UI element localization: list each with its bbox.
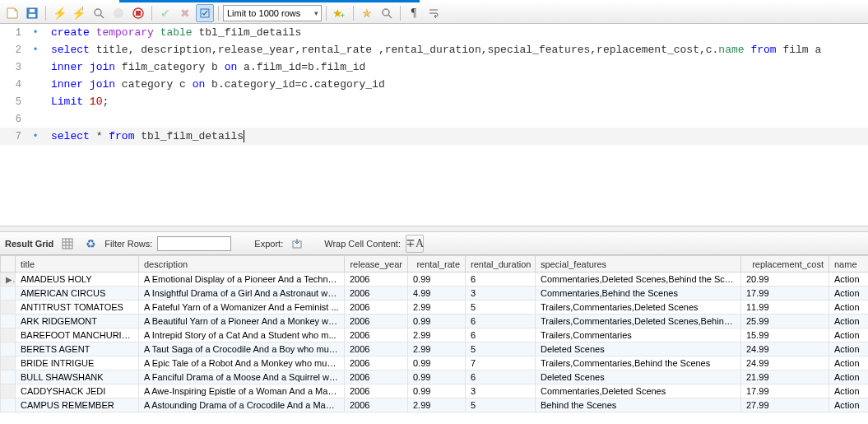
cell[interactable]: Commentaries,Deleted Scenes,Behind the S… [536,273,741,287]
column-header[interactable]: name [829,256,869,273]
cell[interactable]: CAMPUS REMEMBER [16,398,139,412]
cell[interactable]: 2.99 [408,301,466,315]
column-header[interactable]: release_year [345,256,408,273]
cell[interactable]: Deleted Scenes [536,370,741,384]
cell[interactable]: A Beautiful Yarn of a Pioneer And a Monk… [139,315,345,328]
cell[interactable]: 24.99 [741,356,829,370]
cell[interactable]: A Fateful Yarn of a Womanizer And a Femi… [139,301,345,315]
column-header[interactable]: title [16,256,139,273]
row-handle[interactable] [1,301,16,315]
cell[interactable]: 17.99 [741,287,829,301]
cell[interactable]: 0.99 [408,273,466,287]
beautify-icon[interactable]: ✯ [358,4,376,22]
cell[interactable]: 2006 [345,273,408,287]
table-row[interactable]: BERETS AGENTA Taut Saga of a Crocodile A… [1,342,869,356]
result-grid[interactable]: titledescriptionrelease_yearrental_rater… [0,255,868,424]
row-handle[interactable] [1,342,16,356]
cell[interactable]: 2006 [345,398,408,412]
cell[interactable]: 6 [466,315,536,328]
column-header[interactable]: description [139,256,345,273]
row-handle-header[interactable] [1,256,16,273]
cell[interactable]: 2006 [345,342,408,356]
cell[interactable]: Deleted Scenes [536,342,741,356]
cell[interactable]: 25.99 [741,315,829,328]
cell[interactable]: 27.99 [741,398,829,412]
cell[interactable]: Trailers,Commentaries,Deleted Scenes [536,301,741,315]
cell[interactable]: 2006 [345,356,408,370]
cell[interactable]: Action [829,273,869,287]
column-header[interactable]: rental_duration [466,256,536,273]
toggle-wrap-icon[interactable] [425,4,443,22]
cell[interactable]: BULL SHAWSHANK [16,370,139,384]
save-icon[interactable] [23,4,41,22]
cell[interactable]: 3 [466,287,536,301]
cell[interactable]: A Taut Saga of a Crocodile And a Boy who… [139,342,345,356]
cell[interactable]: 5 [466,342,536,356]
code-text[interactable]: Limit 10; [43,96,109,108]
code-line[interactable]: 5Limit 10; [0,93,868,110]
cell[interactable]: Trailers,Commentaries,Behind the Scenes [536,356,741,370]
cell[interactable]: 2006 [345,315,408,328]
cell[interactable]: Trailers,Commentaries [536,328,741,342]
cell[interactable]: 11.99 [741,301,829,315]
cell[interactable]: 24.99 [741,342,829,356]
code-text[interactable]: select * from tbl_film_details [43,130,244,142]
cell[interactable]: Action [829,342,869,356]
cell[interactable]: 0.99 [408,315,466,328]
cell[interactable]: A Awe-Inspiring Epistle of a Woman And a… [139,384,345,398]
cell[interactable]: 2006 [345,328,408,342]
row-handle[interactable] [1,315,16,328]
cell[interactable]: 17.99 [741,384,829,398]
cell[interactable]: A Emotional Display of a Pioneer And a T… [139,273,345,287]
cell[interactable]: BAREFOOT MANCHURIAN [16,328,139,342]
table-row[interactable]: BRIDE INTRIGUEA Epic Tale of a Robot And… [1,356,869,370]
cell[interactable]: 5 [466,301,536,315]
row-handle[interactable] [1,356,16,370]
cell[interactable]: Action [829,287,869,301]
code-line[interactable]: 6 [0,110,868,128]
row-handle[interactable] [1,370,16,384]
find-icon[interactable] [378,4,396,22]
row-handle[interactable] [1,398,16,412]
row-handle[interactable] [1,384,16,398]
row-handle[interactable] [1,328,16,342]
cell[interactable]: AMADEUS HOLY [16,273,139,287]
cell[interactable]: 21.99 [741,370,829,384]
refresh-icon[interactable]: ♻ [81,235,100,253]
cell[interactable]: 6 [466,273,536,287]
table-row[interactable]: AMERICAN CIRCUSA Insightful Drama of a G… [1,287,869,301]
row-handle[interactable] [1,287,16,301]
code-line[interactable]: 3inner join film_category b on a.film_id… [0,58,868,76]
table-row[interactable]: ▶AMADEUS HOLYA Emotional Display of a Pi… [1,273,869,287]
code-line[interactable]: 2•select title, description,release_year… [0,41,868,58]
cell[interactable]: 2006 [345,287,408,301]
cell[interactable]: 3 [466,384,536,398]
cell[interactable]: Action [829,398,869,412]
filter-rows-input[interactable] [157,236,231,251]
table-row[interactable]: BULL SHAWSHANKA Fanciful Drama of a Moos… [1,370,869,384]
cell[interactable]: 2006 [345,384,408,398]
cell[interactable]: 0.99 [408,356,466,370]
toggle-invisible-icon[interactable]: ¶ [405,4,423,22]
cell[interactable]: 2006 [345,370,408,384]
cell[interactable]: BRIDE INTRIGUE [16,356,139,370]
cell[interactable]: Action [829,384,869,398]
code-line[interactable]: 7•select * from tbl_film_details [0,128,868,145]
code-text[interactable]: inner join category c on b.category_id=c… [43,78,385,91]
code-text[interactable]: inner join film_category b on a.film_id=… [43,61,365,73]
cell[interactable]: 2.99 [408,398,466,412]
splitter[interactable] [0,226,868,232]
table-row[interactable]: CAMPUS REMEMBERA Astounding Drama of a C… [1,398,869,412]
execute-current-icon[interactable]: ⚡I [70,4,88,22]
cell[interactable]: 2006 [345,301,408,315]
wrap-content-icon[interactable]: ∓A [406,235,424,253]
cell[interactable]: Action [829,315,869,328]
cell[interactable]: A Epic Tale of a Robot And a Monkey who … [139,356,345,370]
open-sql-icon[interactable] [3,4,21,22]
cell[interactable]: 15.99 [741,328,829,342]
column-header[interactable]: rental_rate [408,256,466,273]
cell[interactable]: Action [829,370,869,384]
cell[interactable]: A Astounding Drama of a Crocodile And a … [139,398,345,412]
result-grid-icon[interactable] [58,235,77,253]
code-text[interactable]: create temporary table tbl_film_details [43,26,301,39]
